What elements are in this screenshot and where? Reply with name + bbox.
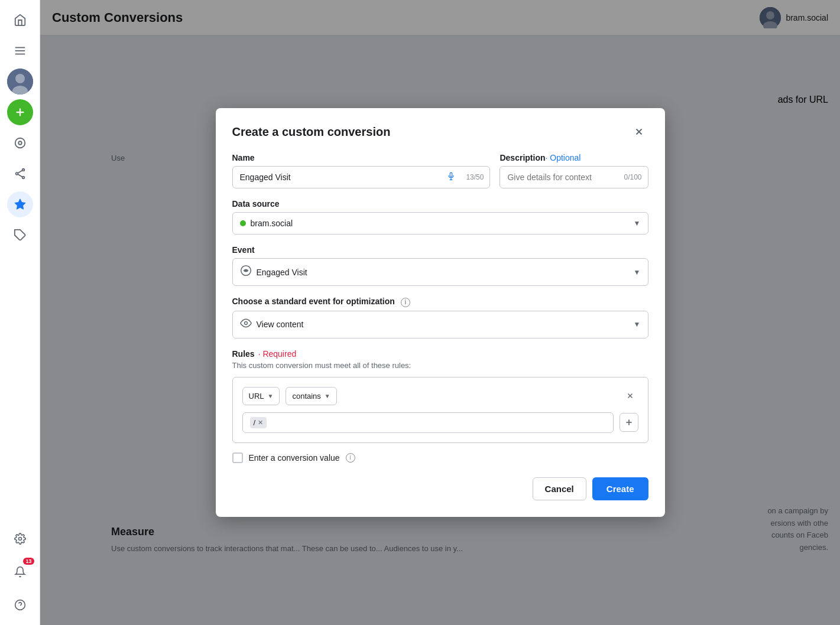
rule-value-row: / ✕	[242, 412, 638, 433]
sidebar-item-favorites[interactable]	[7, 191, 33, 217]
sidebar-item-help[interactable]	[7, 592, 33, 618]
sidebar-item-add[interactable]	[7, 99, 33, 125]
rules-label: Rules	[232, 349, 255, 359]
datasource-value: bram.social	[251, 219, 634, 228]
main-content: Custom Conversions bram.social Use ads f…	[40, 0, 840, 625]
sidebar-item-notifications[interactable]: 13	[7, 559, 33, 585]
rule-operator-value: contains	[292, 392, 320, 401]
datasource-label: Data source	[232, 199, 648, 209]
svg-point-29	[245, 270, 247, 272]
name-counter: 13/50	[460, 173, 489, 181]
datasource-status-dot	[240, 220, 246, 226]
svg-point-4	[15, 74, 25, 83]
conversion-value-checkbox[interactable]	[232, 453, 243, 463]
add-value-button[interactable]	[620, 413, 638, 432]
rule-chip-close[interactable]: ✕	[258, 419, 263, 427]
rule-operator-select[interactable]: contains ▼	[286, 387, 336, 405]
event-label: Event	[232, 245, 648, 255]
rules-subtitle: This custom conversion must meet all of …	[232, 361, 648, 370]
description-counter: 0/100	[618, 173, 647, 181]
sidebar-item-avatar[interactable]	[7, 69, 33, 95]
sidebar: 13	[0, 0, 40, 625]
event-chevron-icon: ▼	[634, 268, 641, 276]
svg-point-9	[18, 141, 22, 145]
rule-field-value: URL	[249, 392, 264, 401]
sidebar-item-menu[interactable]	[7, 38, 33, 64]
rules-header: Rules · Required	[232, 349, 648, 359]
datasource-select[interactable]: bram.social ▼	[232, 212, 648, 235]
conversion-value-row: Enter a conversion value i	[232, 453, 648, 463]
svg-line-14	[18, 174, 22, 177]
rules-box: URL ▼ contains ▼	[232, 377, 648, 443]
rule-field-select[interactable]: URL ▼	[242, 387, 280, 405]
name-description-row: Name 13/50 Description· Optional	[232, 153, 648, 188]
event-icon	[240, 265, 252, 279]
rules-condition-row: URL ▼ contains ▼	[242, 387, 638, 405]
optimization-value: View content	[257, 320, 634, 329]
name-label: Name	[232, 153, 491, 162]
svg-point-8	[15, 138, 25, 148]
sidebar-item-home[interactable]	[7, 7, 33, 33]
rule-close-button[interactable]	[622, 388, 638, 404]
rules-section: Rules · Required This custom conversion …	[232, 349, 648, 463]
rule-value-text: /	[254, 418, 256, 427]
description-input[interactable]	[500, 167, 618, 188]
svg-point-12	[22, 177, 24, 179]
datasource-group: Data source bram.social ▼	[232, 199, 648, 235]
sidebar-item-connections[interactable]	[7, 161, 33, 187]
event-value: Engaged Visit	[257, 268, 634, 277]
sidebar-item-analytics[interactable]	[7, 130, 33, 156]
sidebar-item-tags[interactable]	[7, 222, 33, 248]
svg-point-30	[244, 321, 247, 324]
modal-footer: Cancel Create	[232, 477, 648, 500]
rules-required: · Required	[258, 349, 297, 359]
rule-value-input[interactable]: / ✕	[242, 412, 614, 433]
create-button[interactable]: Create	[592, 477, 648, 500]
name-group: Name 13/50	[232, 153, 491, 188]
description-group: Description· Optional 0/100	[500, 153, 648, 188]
svg-point-17	[18, 538, 21, 541]
modal-title: Create a custom conversion	[232, 125, 391, 139]
optimization-select[interactable]: View content ▼	[232, 311, 648, 338]
datasource-chevron-icon: ▼	[634, 219, 641, 227]
optimization-icon	[240, 317, 252, 332]
modal-header: Create a custom conversion	[232, 122, 648, 141]
rule-operator-chevron: ▼	[325, 393, 330, 399]
conversion-value-label: Enter a conversion value	[249, 453, 340, 463]
modal-overlay: Create a custom conversion Name 13/50	[40, 0, 840, 625]
svg-point-11	[22, 169, 24, 171]
rule-value-chip: / ✕	[250, 417, 267, 428]
optimization-info-icon[interactable]: i	[401, 298, 410, 307]
svg-line-13	[18, 171, 22, 174]
optimization-group: Choose a standard event for optimization…	[232, 297, 648, 338]
rule-field-chevron: ▼	[268, 393, 274, 399]
cancel-button[interactable]: Cancel	[533, 477, 586, 500]
modal-close-button[interactable]	[630, 122, 648, 141]
description-label: Description· Optional	[500, 153, 648, 162]
event-group: Event Engaged Visit ▼	[232, 245, 648, 286]
svg-rect-25	[450, 172, 453, 177]
name-input[interactable]	[233, 167, 443, 188]
optimization-label: Choose a standard event for optimization…	[232, 297, 648, 307]
svg-marker-15	[14, 199, 25, 209]
voice-icon	[442, 171, 460, 184]
modal-dialog: Create a custom conversion Name 13/50	[216, 108, 665, 517]
optimization-chevron-icon: ▼	[634, 320, 641, 328]
svg-point-10	[15, 172, 18, 175]
description-input-wrapper: 0/100	[500, 166, 648, 188]
event-select[interactable]: Engaged Visit ▼	[232, 258, 648, 286]
notification-badge: 13	[23, 558, 34, 565]
name-input-wrapper: 13/50	[232, 166, 491, 188]
conversion-value-info-icon[interactable]: i	[346, 453, 355, 463]
sidebar-item-settings[interactable]	[7, 526, 33, 552]
